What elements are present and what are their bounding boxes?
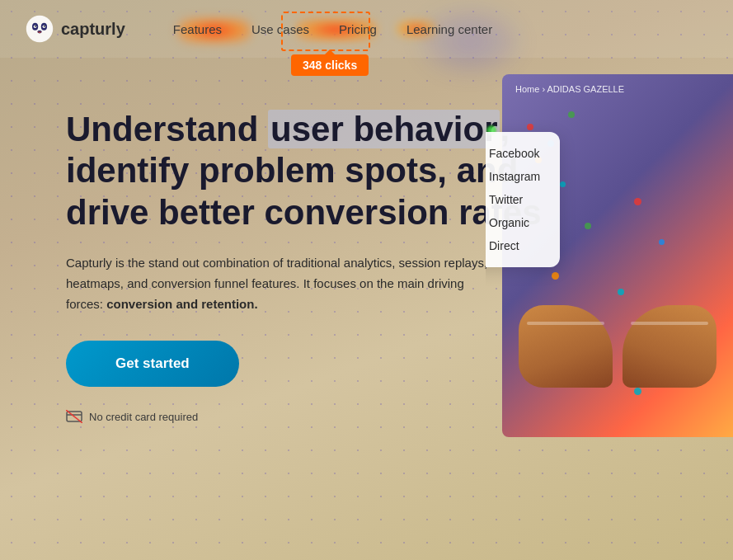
legend-item-organic: Organic [486, 216, 540, 229]
clicks-tooltip: 348 clicks [291, 54, 369, 76]
logo[interactable]: capturly [25, 14, 125, 44]
legend-label-facebook: Facebook [489, 147, 539, 160]
svg-point-5 [35, 26, 36, 27]
headline-part1: Understand [66, 110, 268, 148]
legend-card: Facebook Instagram Twitter Organic Direc… [486, 132, 560, 267]
legend-label-direct: Direct [489, 239, 519, 252]
headline-highlight: user behavior [268, 110, 500, 148]
legend-item-facebook: Facebook [486, 147, 540, 160]
legend-item-twitter: Twitter [486, 193, 540, 206]
no-credit-label: No credit card required [89, 411, 198, 423]
legend-label-instagram: Instagram [489, 170, 540, 183]
nav-link-learning-center[interactable]: Learning center [392, 16, 507, 43]
logo-text: capturly [61, 20, 125, 39]
subtext-bold: conversion and retention. [106, 297, 257, 311]
logo-owl-icon [25, 14, 54, 44]
legend-item-instagram: Instagram [486, 170, 540, 183]
heatmap-selection-box [281, 12, 370, 51]
svg-point-6 [44, 26, 45, 27]
no-credit-text: No credit card required [66, 410, 577, 423]
main-content: Understand user behavior, identify probl… [0, 76, 733, 560]
legend-label-organic: Organic [489, 216, 529, 229]
no-credit-card-icon [66, 410, 82, 423]
get-started-button[interactable]: Get started [66, 341, 239, 387]
legend-label-twitter: Twitter [489, 193, 523, 206]
nav-links: Features Use cases Pricing Learning cent… [158, 16, 708, 43]
svg-point-0 [26, 16, 53, 42]
subtext: Capturly is the stand out combination of… [66, 253, 495, 314]
nav-link-features[interactable]: Features [158, 16, 237, 43]
legend-item-direct: Direct [486, 239, 540, 252]
